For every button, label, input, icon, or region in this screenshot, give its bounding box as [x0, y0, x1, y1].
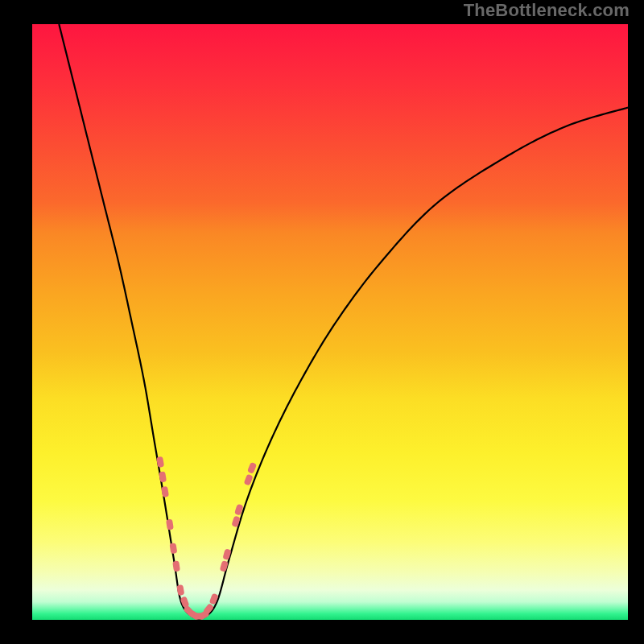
chart-svg — [32, 24, 628, 620]
chart-plot-area — [32, 24, 628, 620]
data-marker — [166, 519, 174, 530]
chart-frame: TheBottleneck.com — [0, 0, 644, 644]
marker-group — [156, 456, 257, 620]
watermark-text: TheBottleneck.com — [464, 0, 630, 21]
data-marker — [209, 593, 219, 605]
data-marker — [172, 560, 180, 572]
data-marker — [247, 462, 257, 474]
data-marker — [220, 560, 229, 572]
data-marker — [156, 456, 164, 468]
data-marker — [161, 486, 169, 497]
bottleneck-curve — [59, 24, 628, 619]
data-marker — [169, 543, 177, 554]
data-marker — [176, 584, 184, 596]
data-marker — [159, 471, 167, 482]
